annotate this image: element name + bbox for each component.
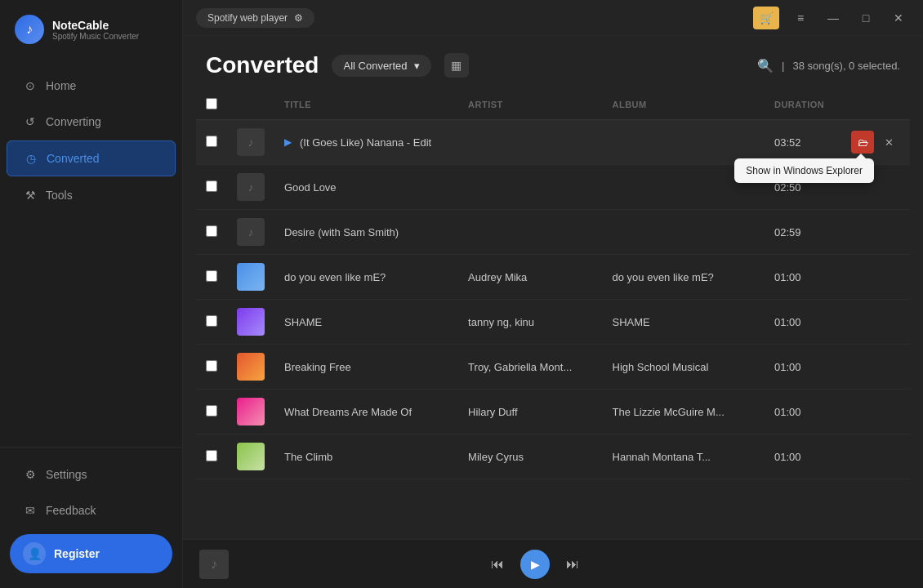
sidebar-nav: ⊙ Home ↺ Converting ◷ Converted ⚒ Tools	[0, 59, 182, 447]
song-duration: 03:52	[774, 136, 801, 149]
song-thumbnail	[237, 263, 265, 291]
song-title: Good Love	[284, 181, 337, 194]
row-checkbox[interactable]	[206, 136, 217, 147]
song-duration: 01:00	[774, 361, 801, 373]
song-duration: 01:00	[774, 316, 801, 328]
grid-icon: ▦	[451, 59, 462, 72]
sidebar-item-converted[interactable]: ◷ Converted	[7, 140, 176, 176]
tools-icon: ⚒	[23, 188, 38, 203]
grid-toggle-button[interactable]: ▦	[444, 53, 469, 78]
row-checkbox[interactable]	[206, 270, 217, 282]
song-thumbnail: ♪	[237, 218, 265, 246]
titlebar-controls: 🛒 ≡ — □ ✕	[753, 7, 910, 29]
maximize-button[interactable]: □	[854, 7, 877, 29]
logo-text: NoteCable Spotify Music Converter	[52, 19, 139, 41]
register-button[interactable]: 👤 Register	[10, 534, 172, 573]
cart-button[interactable]: 🛒	[753, 7, 779, 29]
filter-dropdown[interactable]: All Converted ▾	[332, 55, 430, 77]
song-title-cell: Good Love	[284, 181, 448, 194]
sidebar-item-settings[interactable]: ⚙ Settings	[7, 457, 176, 492]
song-title-cell: SHAME	[284, 316, 448, 328]
logo-icon: ♪	[15, 15, 44, 44]
row-checkbox[interactable]	[206, 180, 217, 192]
play-button[interactable]: ▶	[520, 550, 550, 579]
song-title: Breaking Free	[284, 361, 351, 373]
song-title: What Dreams Are Made Of	[284, 406, 412, 418]
select-all-checkbox[interactable]	[206, 98, 217, 109]
song-album: do you even like mE?	[613, 271, 714, 283]
song-duration: 01:00	[774, 271, 801, 283]
song-album: Hannah Montana T...	[613, 451, 711, 463]
song-thumbnail: ♪	[237, 173, 265, 201]
song-thumbnail	[237, 398, 265, 425]
show-in-explorer-button[interactable]: 🗁	[851, 131, 874, 154]
row-checkbox[interactable]	[206, 225, 217, 237]
content-area: Converted All Converted ▾ ▦ 🔍 | 38 song(…	[183, 36, 923, 588]
song-artist: Troy, Gabriella Mont...	[468, 361, 572, 373]
table-row: ♪ Desire (with Sam Smith) 02:59	[196, 210, 910, 255]
table-row: do you even like mE? Audrey Mika do you …	[196, 255, 910, 300]
next-button[interactable]: ⏭	[566, 557, 579, 572]
row-checkbox[interactable]	[206, 360, 217, 372]
content-header: Converted All Converted ▾ ▦ 🔍 | 38 song(…	[183, 36, 923, 90]
song-thumbnail: ♪	[237, 128, 265, 156]
song-title: SHAME	[284, 316, 322, 328]
app-logo: ♪ NoteCable Spotify Music Converter	[0, 0, 182, 59]
content-header-left: Converted All Converted ▾ ▦	[206, 52, 469, 78]
player-bar: ♪ ⏮ ▶ ⏭	[183, 539, 923, 588]
minimize-button[interactable]: —	[822, 7, 845, 29]
row-checkbox[interactable]	[206, 315, 217, 327]
song-title: Desire (with Sam Smith)	[284, 226, 399, 238]
sidebar-bottom: ⚙ Settings ✉ Feedback 👤 Register	[0, 447, 182, 588]
song-thumbnail	[237, 353, 265, 381]
sidebar-item-tools[interactable]: ⚒ Tools	[7, 178, 176, 212]
app-name: NoteCable	[52, 19, 139, 32]
show-windows-explorer-tooltip: Show in Windows Explorer	[734, 158, 874, 183]
player-controls: ⏮ ▶ ⏭	[491, 550, 579, 579]
converted-icon: ◷	[24, 151, 38, 166]
spotify-settings-icon: ⚙	[294, 12, 303, 24]
player-thumb-icon: ♪	[211, 557, 217, 572]
register-label: Register	[54, 547, 100, 560]
folder-tooltip-container: 🗁 Show in Windows Explorer	[851, 131, 874, 154]
menu-button[interactable]: ≡	[789, 7, 812, 29]
divider: |	[782, 60, 784, 72]
song-title: (It Goes Like) Nanana - Edit	[300, 136, 431, 149]
sidebar-item-home[interactable]: ⊙ Home	[7, 69, 176, 103]
sidebar-item-converting[interactable]: ↺ Converting	[7, 105, 176, 139]
titlebar-left: Spotify web player ⚙	[196, 8, 314, 28]
song-album: The Lizzie McGuire M...	[613, 406, 725, 418]
col-artist: ARTIST	[458, 90, 602, 120]
sidebar: ♪ NoteCable Spotify Music Converter ⊙ Ho…	[0, 0, 183, 588]
song-artist: Miley Cyrus	[468, 451, 524, 463]
col-album: ALBUM	[603, 90, 765, 120]
filter-chevron-icon: ▾	[414, 60, 420, 72]
feedback-icon: ✉	[23, 503, 38, 518]
sidebar-item-label: Converted	[47, 152, 100, 165]
song-count: 38 song(s), 0 selected.	[792, 60, 900, 72]
search-button[interactable]: 🔍	[757, 58, 774, 74]
row-checkbox[interactable]	[206, 450, 217, 461]
songs-table-container: TITLE ARTIST ALBUM DURATION ♪ ▶ (It Goes…	[183, 90, 923, 539]
row-checkbox[interactable]	[206, 405, 217, 416]
converting-icon: ↺	[23, 114, 38, 129]
play-song-button[interactable]: ▶	[284, 136, 292, 148]
close-button[interactable]: ✕	[887, 7, 910, 29]
song-title-cell: Desire (with Sam Smith)	[284, 226, 448, 238]
spotify-label: Spotify web player	[207, 12, 288, 24]
song-title-cell: ▶ (It Goes Like) Nanana - Edit	[284, 136, 448, 149]
spotify-source-pill[interactable]: Spotify web player ⚙	[196, 8, 314, 28]
player-thumbnail: ♪	[199, 550, 229, 579]
song-title-cell: Breaking Free	[284, 361, 448, 373]
col-title: TITLE	[274, 90, 458, 120]
content-header-right: 🔍 | 38 song(s), 0 selected.	[757, 58, 900, 74]
app-subtitle: Spotify Music Converter	[52, 32, 139, 41]
col-actions	[841, 90, 910, 120]
remove-row-button[interactable]: ✕	[877, 131, 900, 154]
table-row: What Dreams Are Made Of Hilary Duff The …	[196, 390, 910, 434]
prev-button[interactable]: ⏮	[491, 557, 504, 572]
player-left: ♪	[199, 550, 229, 579]
settings-icon: ⚙	[23, 467, 38, 482]
row-actions: 🗁 Show in Windows Explorer ✕	[851, 131, 900, 154]
sidebar-item-feedback[interactable]: ✉ Feedback	[7, 493, 176, 528]
